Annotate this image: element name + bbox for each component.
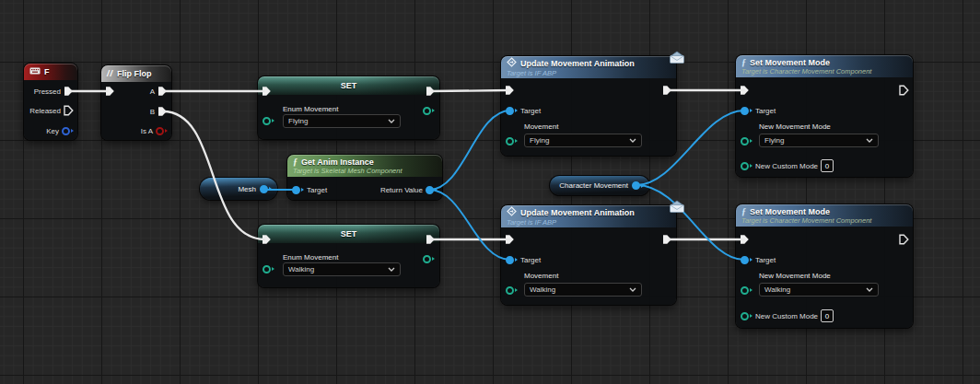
wire-data-charmove-to-setmode-walking[interactable] — [636, 185, 744, 260]
wire-data-return-to-update-flying[interactable] — [429, 111, 510, 190]
blueprint-graph-canvas[interactable]: F Pressed Released Key // Flip Flop A B — [0, 0, 980, 384]
wire-exec-b-to-set-walking[interactable] — [163, 111, 265, 239]
message-envelope-icon — [669, 200, 685, 216]
wire-data-return-to-update-walking[interactable] — [429, 190, 510, 260]
message-envelope-icon — [669, 51, 685, 67]
wire-layer — [0, 0, 980, 384]
wire-exec-set-flying-to-update[interactable] — [431, 90, 510, 91]
wire-data-charmove-to-setmode-flying[interactable] — [636, 111, 744, 185]
